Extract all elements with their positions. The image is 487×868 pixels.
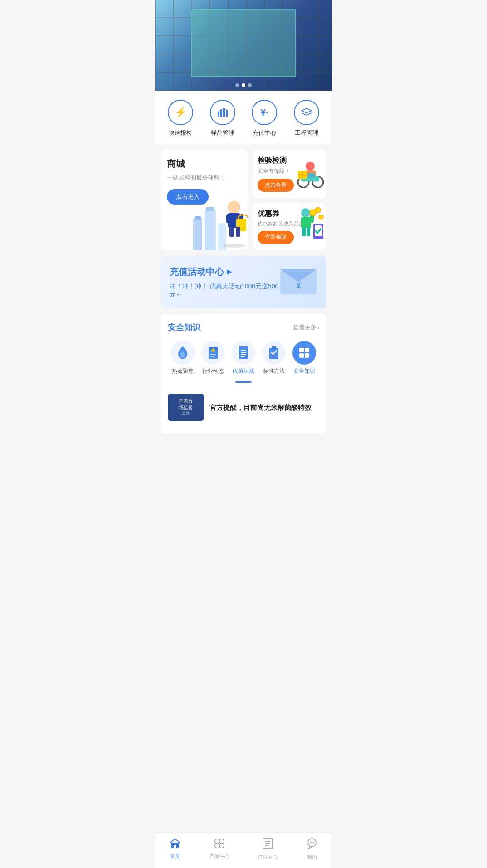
- mall-card[interactable]: 商城 一站式检测服务体验！ 点击进入: [161, 150, 248, 250]
- bottom-nav-home-label: 首页: [170, 853, 180, 860]
- bottom-nav-orders[interactable]: 订单中心: [258, 838, 278, 861]
- tab-indicator-bar: [235, 381, 252, 383]
- bottom-nav-mine[interactable]: 我的: [306, 838, 318, 861]
- tab-indicator: [168, 381, 319, 383]
- nav-item-project-mgmt[interactable]: 工程管理: [294, 100, 319, 137]
- svg-rect-43: [241, 350, 246, 351]
- svg-point-10: [228, 201, 240, 214]
- svg-rect-41: [210, 356, 214, 357]
- tab-hotspot[interactable]: 热点聚焦: [171, 341, 195, 375]
- coupon-illustration: [293, 205, 325, 243]
- fire-drop-icon: [171, 341, 195, 365]
- svg-rect-45: [241, 354, 246, 355]
- recharge-banner-title: 充值活动中心 ▶: [170, 266, 280, 278]
- bottom-nav-mine-label: 我的: [307, 854, 317, 861]
- recharge-envelope-icon: ¥: [280, 264, 317, 300]
- tab-hotspot-label: 热点聚焦: [172, 367, 194, 375]
- inspection-card[interactable]: 检验检测 安全有保障！ 点击查看: [252, 150, 326, 198]
- grid-icon: [214, 838, 225, 851]
- quick-nav: ⚡ 快速报检 样品管理 ¥+ 充值中心: [155, 91, 332, 144]
- nav-item-quick-check[interactable]: ⚡ 快速报检: [168, 100, 193, 137]
- news-item-title: 官方提醒，目前尚无米酵菌酸特效: [209, 403, 312, 412]
- tab-standard[interactable]: 标准方法: [262, 341, 286, 375]
- mall-card-title: 商城: [167, 158, 241, 170]
- recharge-banner-subtitle: 冲！冲！冲！ 优惠大活动1000元送500元～: [170, 283, 280, 299]
- recharge-left: 充值活动中心 ▶ 冲！冲！冲！ 优惠大活动1000元送500元～: [170, 266, 280, 299]
- svg-rect-40: [210, 354, 216, 355]
- view-more-button[interactable]: 查看更多 ›: [293, 323, 319, 332]
- layers-icon: [294, 100, 319, 125]
- knowledge-header: 安全知识 查看更多 ›: [168, 322, 319, 333]
- tab-standard-label: 标准方法: [263, 367, 285, 375]
- hero-banner: [155, 0, 332, 91]
- bottom-nav-products-label: 产品中心: [209, 853, 229, 860]
- news-thumb-text: 国家市 场监督 监督: [179, 398, 193, 416]
- svg-point-58: [215, 844, 219, 848]
- svg-rect-31: [302, 227, 306, 236]
- news-item[interactable]: 国家市 场监督 监督 官方提醒，目前尚无米酵菌酸特效: [168, 389, 319, 425]
- svg-point-27: [301, 208, 310, 217]
- recharge-banner[interactable]: 充值活动中心 ▶ 冲！冲！冲！ 优惠大活动1000元送500元～ ¥: [161, 256, 326, 308]
- yen-plus-icon: ¥+: [252, 100, 277, 125]
- clipboard-check-icon: [262, 341, 286, 365]
- news-thumbnail: 国家市 场监督 监督: [168, 394, 204, 421]
- banner-dot-1[interactable]: [235, 83, 239, 87]
- bottom-nav: 首页 产品中心 订单中心: [155, 833, 332, 868]
- mall-card-subtitle: 一站式检测服务体验！: [167, 174, 241, 182]
- svg-rect-5: [193, 219, 202, 250]
- bottom-nav-orders-label: 订单中心: [258, 854, 278, 861]
- svg-point-57: [219, 839, 224, 844]
- nav-label-project-mgmt: 工程管理: [295, 129, 318, 137]
- nav-label-sample-mgmt: 样品管理: [211, 129, 234, 137]
- safety-grid-icon: [292, 341, 316, 365]
- bottom-nav-home[interactable]: 首页: [169, 838, 181, 861]
- tab-industry[interactable]: 行业动态: [201, 341, 225, 375]
- inspection-illustration: [294, 157, 324, 191]
- knowledge-tabs: 热点聚焦 行业动态: [168, 341, 319, 375]
- svg-rect-63: [265, 845, 268, 846]
- svg-rect-46: [241, 356, 244, 357]
- svg-rect-1: [220, 110, 222, 117]
- recharge-arrow-icon: ▶: [227, 268, 232, 275]
- banner-dot-3[interactable]: [248, 83, 252, 87]
- svg-rect-15: [229, 227, 234, 237]
- svg-rect-52: [299, 353, 304, 358]
- book-star-icon: [201, 341, 225, 365]
- nav-item-recharge[interactable]: ¥+ 充值中心: [252, 100, 277, 137]
- banner-dot-2[interactable]: [242, 83, 245, 87]
- tab-safety[interactable]: 安全知识: [292, 341, 316, 375]
- svg-rect-55: [174, 845, 176, 848]
- svg-rect-51: [305, 348, 309, 352]
- banner-dots: [235, 83, 252, 87]
- lightning-icon: ⚡: [168, 100, 193, 125]
- svg-rect-28: [301, 217, 311, 228]
- tab-policy[interactable]: 政策法规: [232, 341, 255, 375]
- order-list-icon: [262, 838, 273, 852]
- svg-rect-3: [226, 110, 228, 117]
- chat-icon: [306, 838, 318, 852]
- bottom-nav-products[interactable]: 产品中心: [209, 838, 229, 861]
- svg-point-56: [215, 839, 219, 844]
- inspection-view-button[interactable]: 点击查看: [258, 179, 294, 192]
- tab-industry-label: 行业动态: [202, 367, 224, 375]
- svg-point-67: [313, 842, 314, 844]
- svg-point-17: [223, 244, 245, 248]
- svg-point-33: [315, 207, 321, 213]
- tab-safety-label: 安全知识: [293, 367, 315, 375]
- coupon-button[interactable]: 立即领取: [258, 231, 294, 244]
- nav-item-sample-mgmt[interactable]: 样品管理: [210, 100, 235, 137]
- svg-rect-23: [308, 173, 315, 177]
- svg-rect-44: [241, 352, 246, 353]
- svg-rect-48: [272, 346, 276, 349]
- document-icon: [232, 341, 255, 365]
- svg-rect-32: [307, 227, 310, 236]
- svg-point-34: [319, 215, 323, 219]
- home-icon: [169, 838, 181, 851]
- coupon-card[interactable]: 优惠券 优惠多多,实惠又品质 立即领取: [252, 203, 326, 250]
- nav-label-recharge: 充值中心: [253, 129, 276, 137]
- right-cards: 检验检测 安全有保障！ 点击查看: [252, 150, 326, 250]
- svg-rect-7: [205, 210, 216, 250]
- svg-point-59: [219, 844, 224, 848]
- svg-rect-50: [299, 348, 304, 352]
- svg-rect-12: [226, 214, 230, 223]
